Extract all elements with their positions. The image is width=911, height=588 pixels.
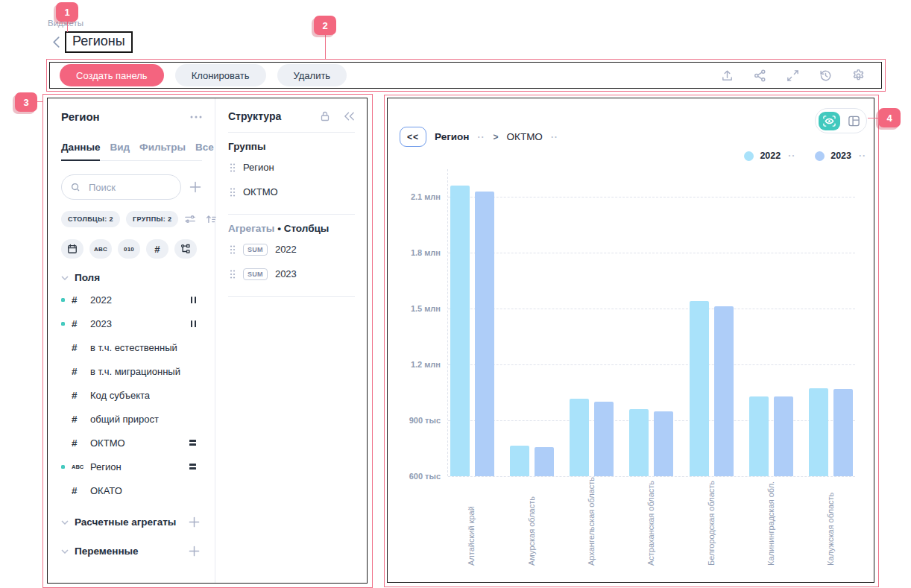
data-panel: Регион ДанныеВидФильтрыВсе СТОЛБЦЫ: 2ГРУ… [48, 98, 215, 583]
field-row[interactable]: ABCРегион [61, 455, 202, 478]
bar-2022-Алтайский край[interactable] [450, 186, 470, 476]
group-row[interactable]: ОКТМО [228, 180, 355, 204]
search-input-wrapper [61, 174, 181, 200]
annotation-badge-1: 1 [56, 2, 78, 22]
bar-2023-Калужская область[interactable] [833, 389, 853, 476]
type-filter-abc[interactable]: ABC [89, 239, 112, 259]
bar-2022-Астраханская область[interactable] [629, 409, 649, 476]
field-row[interactable]: #ОКАТО [61, 478, 202, 502]
aggregate-row[interactable]: SUM2022 [228, 237, 355, 262]
bar-2022-Белгородская область[interactable] [690, 301, 709, 476]
preview-eye-button[interactable] [819, 112, 840, 130]
layout-icon [848, 115, 860, 127]
filter-chip-0[interactable]: СТОЛБЦЫ: 2 [61, 211, 120, 227]
back-button[interactable] [53, 37, 60, 48]
drag-handle-icon[interactable] [230, 244, 236, 255]
bar-2022-Амурская область[interactable] [510, 446, 529, 476]
x-label-slot: Архангельская область [570, 477, 614, 566]
layout-view-button[interactable] [845, 112, 863, 130]
search-input[interactable] [87, 181, 172, 194]
bar-2022-Архангельская область[interactable] [570, 399, 589, 476]
legend-item-2022[interactable]: 2022·· [744, 151, 795, 161]
toolbar-icon-group [720, 69, 871, 83]
bar-group-5 [749, 169, 793, 476]
drag-handle-icon[interactable] [230, 187, 236, 197]
bar-2023-Калининградская обл.[interactable] [774, 396, 793, 476]
group-row[interactable]: Регион [228, 155, 355, 180]
number-type-icon: # [72, 318, 90, 329]
drag-handle-icon[interactable] [230, 162, 236, 173]
sort-icon[interactable] [205, 213, 217, 225]
tab-вид[interactable]: Вид [110, 142, 130, 153]
drag-handle-icon[interactable] [230, 269, 236, 279]
x-label-slot: Амурская область [509, 477, 553, 566]
bar-2023-Алтайский край[interactable] [475, 192, 494, 476]
breadcrumb-item-menu[interactable]: ·· [478, 132, 485, 142]
sum-badge: SUM [243, 244, 268, 256]
lock-icon[interactable] [319, 110, 331, 122]
fields-section-header[interactable]: Поля [61, 272, 202, 283]
filter-chip-1[interactable]: ГРУППЫ: 2 [126, 211, 178, 227]
bar-2023-Белгородская область[interactable] [714, 306, 734, 476]
x-axis-category-label: Калужская область [826, 477, 835, 566]
fields-list: #2022#2023#в т.ч. естественный#в т.ч. ми… [61, 288, 202, 502]
y-axis-tick-label: 900 тыс [394, 416, 441, 425]
bar-2022-Калининградская обл.[interactable] [749, 396, 769, 476]
aggregates-label: Агрегаты [228, 223, 274, 234]
tab-данные[interactable]: Данные [61, 142, 100, 153]
field-row[interactable]: #в т.ч. миграционный [61, 359, 202, 383]
breadcrumb-item-oktmo[interactable]: ОКТМО [507, 131, 543, 142]
annotation-line-1 [67, 22, 68, 32]
bar-group-4 [690, 169, 734, 476]
legend-item-menu[interactable]: ·· [859, 151, 866, 161]
ellipsis-icon[interactable] [190, 116, 202, 118]
create-panel-button[interactable]: Создать панель [60, 64, 164, 86]
collapse-panel-icon[interactable] [344, 112, 355, 121]
bar-2023-Архангельская область[interactable] [594, 402, 614, 476]
calendar-icon[interactable] [61, 239, 83, 259]
type-filter-row: ABC010# [61, 239, 202, 259]
bar-chart-plot: 2.1 млн1.8 млн1.5 млн1.2 млн900 тыс600 т… [447, 169, 855, 476]
calculated-section-header[interactable]: Расчетные агрегаты [61, 516, 202, 528]
bar-2022-Калужская область[interactable] [809, 388, 828, 476]
tab-фильтры[interactable]: Фильтры [139, 142, 186, 153]
type-filter-number[interactable]: # [146, 239, 168, 259]
page-title: Регионы [65, 31, 133, 53]
x-axis-category-label: Амурская область [527, 477, 536, 566]
clone-button[interactable]: Клонировать [175, 64, 266, 86]
data-panel-title: Регион [61, 110, 100, 123]
sliders-icon[interactable] [184, 213, 196, 225]
delete-button[interactable]: Удалить [277, 64, 347, 86]
breadcrumb-item-region[interactable]: Регион [435, 131, 470, 142]
annotation-line-3 [37, 101, 43, 102]
field-row[interactable]: #ОКТМО [61, 431, 202, 455]
add-aggregate-button[interactable] [188, 516, 201, 528]
legend-item-menu[interactable]: ·· [788, 151, 795, 161]
bar-2023-Амурская область[interactable] [535, 447, 554, 476]
hierarchy-icon[interactable] [174, 239, 197, 259]
aggregate-row[interactable]: SUM2023 [228, 262, 355, 286]
bar-2023-Астраханская область[interactable] [654, 411, 673, 476]
breadcrumb-item-menu[interactable]: ·· [551, 132, 558, 142]
bar-group-6 [809, 169, 853, 476]
collapse-drilldown-button[interactable]: << [400, 127, 426, 147]
field-row[interactable]: #в т.ч. естественный [61, 335, 202, 359]
add-field-button[interactable] [189, 180, 202, 194]
tab-все[interactable]: Все [195, 142, 214, 153]
add-variable-button[interactable] [188, 545, 201, 557]
expand-icon[interactable] [786, 69, 800, 83]
x-axis-category-label: Астраханская область [646, 477, 655, 566]
groups-list: РегионОКТМО [228, 155, 355, 204]
variables-section-header[interactable]: Переменные [61, 545, 202, 557]
upload-icon[interactable] [720, 69, 734, 83]
legend-label: 2022 [760, 151, 781, 161]
history-icon[interactable] [819, 69, 833, 83]
type-filter-010[interactable]: 010 [118, 239, 140, 259]
field-row[interactable]: #общий прирост [61, 407, 202, 431]
field-row[interactable]: #2022 [61, 288, 202, 312]
share-icon[interactable] [753, 69, 767, 83]
gear-icon[interactable] [851, 69, 866, 83]
field-row[interactable]: #2023 [61, 312, 202, 335]
legend-item-2023[interactable]: 2023·· [815, 151, 866, 161]
field-row[interactable]: #Код субъекта [61, 383, 202, 407]
